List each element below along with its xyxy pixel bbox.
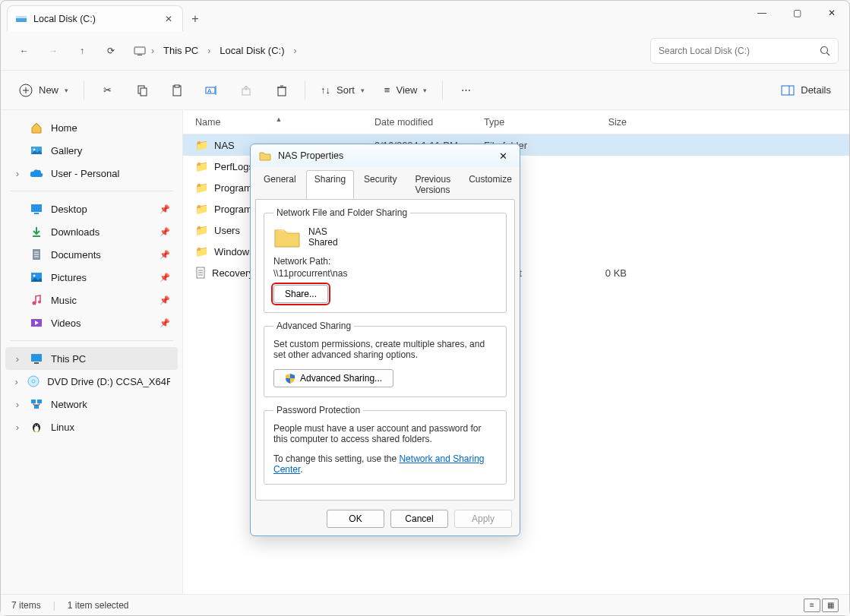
tab-general[interactable]: General: [255, 170, 305, 199]
sort-button[interactable]: ↑↓ Sort ▾: [313, 77, 372, 103]
sidebar-item-thispc[interactable]: › This PC: [5, 347, 178, 370]
svg-rect-40: [31, 400, 36, 403]
tab-previous-versions[interactable]: Previous Versions: [406, 170, 459, 199]
sidebar-item-desktop[interactable]: Desktop📌: [5, 197, 178, 220]
password-change-line: To change this setting, use the Network …: [273, 453, 497, 475]
clipboard-icon: [171, 84, 183, 96]
svg-rect-42: [34, 405, 39, 409]
chevron-right-icon: ›: [292, 46, 298, 56]
delete-button[interactable]: [267, 77, 297, 103]
downloads-icon: [30, 225, 43, 239]
copy-button[interactable]: [127, 77, 157, 103]
up-button[interactable]: ↑: [69, 38, 95, 64]
trash-icon: [276, 84, 287, 96]
pictures-icon: [30, 270, 43, 284]
crumb-thispc[interactable]: This PC: [157, 42, 204, 59]
more-button[interactable]: ⋯: [450, 77, 481, 103]
forward-button[interactable]: →: [40, 38, 66, 64]
sidebar-item-dvd[interactable]: › DVD Drive (D:) CCSA_X64FRE_EN-: [5, 370, 178, 393]
col-name[interactable]: ▲Name: [183, 117, 374, 128]
pin-icon: 📌: [160, 295, 170, 305]
scissors-icon: ✂: [103, 84, 112, 96]
dialog-footer: OK Cancel Apply: [251, 505, 520, 535]
col-date[interactable]: Date modified: [374, 117, 484, 128]
details-pane-icon: [781, 85, 795, 96]
view-button[interactable]: ≡ View ▾: [377, 77, 435, 103]
sidebar-item-pictures[interactable]: Pictures📌: [5, 266, 178, 289]
svg-rect-1: [16, 16, 27, 18]
gallery-icon: [30, 144, 43, 157]
column-headers[interactable]: ▲Name Date modified Type Size: [183, 110, 849, 134]
tab-close-icon[interactable]: ✕: [163, 14, 175, 24]
minimize-button[interactable]: —: [744, 1, 779, 25]
back-button[interactable]: ←: [11, 38, 37, 64]
svg-rect-25: [34, 213, 39, 214]
close-button[interactable]: ✕: [814, 1, 849, 25]
view-icons-button[interactable]: ▦: [822, 599, 839, 612]
dialog-titlebar[interactable]: NAS Properties ✕: [251, 144, 520, 167]
disc-icon: [27, 374, 39, 388]
plus-circle-icon: [19, 84, 33, 97]
share-button[interactable]: [232, 77, 262, 103]
sidebar-item-videos[interactable]: Videos📌: [5, 311, 178, 334]
cancel-button[interactable]: Cancel: [390, 510, 448, 528]
network-path-value: \\11procurrent\nas: [273, 268, 497, 279]
svg-line-5: [827, 52, 830, 55]
sidebar-item-downloads[interactable]: Downloads📌: [5, 220, 178, 243]
refresh-button[interactable]: ⟳: [98, 38, 124, 64]
sort-icon: ↑↓: [321, 84, 330, 96]
new-tab-button[interactable]: +: [183, 7, 207, 31]
chevron-right-icon: ›: [13, 353, 22, 365]
details-button[interactable]: Details: [773, 77, 839, 103]
sidebar-item-network[interactable]: › Network: [5, 393, 178, 415]
advanced-sharing-button[interactable]: Advanced Sharing...: [273, 369, 393, 387]
svg-rect-17: [278, 87, 286, 96]
tab-sharing[interactable]: Sharing: [306, 170, 354, 199]
group-password-protection: Password Protection People must have a u…: [264, 405, 507, 485]
onedrive-icon: [30, 166, 43, 180]
sidebar-item-documents[interactable]: Documents📌: [5, 243, 178, 266]
cut-button[interactable]: ✂: [92, 77, 122, 103]
penguin-icon: [30, 420, 43, 434]
tab-customize[interactable]: Customize: [460, 170, 520, 199]
crumb-drive[interactable]: Local Disk (C:): [213, 42, 290, 59]
tab-security[interactable]: Security: [355, 170, 405, 199]
new-button[interactable]: New ▾: [11, 77, 76, 103]
col-type[interactable]: Type: [484, 117, 574, 128]
dialog-close-button[interactable]: ✕: [494, 150, 512, 162]
sidebar-item-user[interactable]: › User - Personal: [5, 162, 178, 185]
col-size[interactable]: Size: [574, 117, 634, 128]
status-items: 7 items: [11, 600, 41, 611]
chevron-right-icon: ›: [13, 168, 22, 179]
share-state: Shared: [308, 237, 338, 248]
tab-label: Local Disk (C:): [33, 14, 156, 24]
chevron-down-icon: ▾: [65, 87, 68, 94]
breadcrumb[interactable]: › This PC › Local Disk (C:) ›: [131, 38, 647, 64]
window-tab[interactable]: Local Disk (C:) ✕: [7, 5, 183, 31]
view-details-button[interactable]: ≡: [804, 599, 820, 612]
advanced-desc: Set custom permissions, create multiple …: [273, 339, 497, 360]
documents-icon: [30, 248, 43, 261]
sort-asc-icon: ▲: [276, 115, 283, 123]
ok-button[interactable]: OK: [327, 510, 384, 528]
properties-dialog: NAS Properties ✕ General Sharing Securit…: [250, 144, 520, 536]
share-icon: [241, 84, 253, 96]
maximize-button[interactable]: ▢: [779, 1, 814, 25]
shield-icon: [285, 373, 295, 384]
chevron-right-icon: ›: [13, 376, 20, 387]
sidebar-item-linux[interactable]: › Linux: [5, 415, 178, 438]
home-icon: [30, 121, 43, 134]
sidebar-item-gallery[interactable]: Gallery: [5, 139, 178, 162]
sidebar-item-home[interactable]: Home: [5, 116, 178, 139]
status-bar: 7 items | 1 item selected ≡ ▦: [1, 594, 849, 615]
search-input[interactable]: Search Local Disk (C:): [650, 38, 839, 64]
svg-rect-37: [34, 362, 39, 364]
apply-button[interactable]: Apply: [454, 510, 512, 528]
share-button[interactable]: Share...: [273, 285, 328, 303]
svg-rect-24: [31, 204, 42, 212]
rename-button[interactable]: A: [197, 77, 227, 103]
paste-button[interactable]: [162, 77, 192, 103]
rename-icon: A: [205, 85, 219, 96]
sidebar-item-music[interactable]: Music📌: [5, 289, 178, 311]
folder-icon: 📁: [195, 182, 208, 194]
